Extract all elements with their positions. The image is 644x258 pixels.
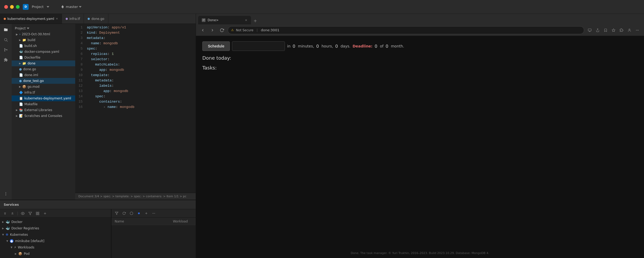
tree-item-done-test-go[interactable]: ● done_test.go: [12, 78, 75, 84]
expand-all-btn[interactable]: [2, 211, 8, 216]
toolbar-divider-1: [17, 212, 18, 215]
table-circle-btn[interactable]: [128, 211, 134, 216]
menu-btn[interactable]: [634, 27, 641, 34]
svg-point-9: [6, 195, 6, 195]
add-service-btn[interactable]: [42, 211, 48, 216]
code-line-12: labels:: [85, 83, 196, 89]
reload-btn[interactable]: [218, 27, 226, 34]
git-icon[interactable]: [2, 46, 10, 54]
svg-marker-10: [27, 28, 29, 29]
hours-value: 0: [316, 44, 319, 49]
code-line-9: app: mongodb: [85, 67, 196, 73]
tree-item-docker-compose[interactable]: 🐳 docker-compose.yaml: [12, 49, 75, 55]
of-label: of: [380, 44, 384, 48]
svc-item-docker-registries[interactable]: ▶ 🐳 Docker Registries: [0, 225, 111, 231]
search-icon[interactable]: [2, 36, 10, 43]
folder-icon[interactable]: [2, 26, 10, 33]
tree-item-go-mod[interactable]: ▶ 📦 go.mod: [12, 84, 75, 90]
back-btn[interactable]: [199, 27, 207, 34]
tree-item-2023html[interactable]: ▶ › 2023-Oct-30.html: [12, 31, 75, 37]
tab-kubernetes-yaml[interactable]: kubernetes-deployment.yaml ✕: [0, 14, 62, 24]
collapse-all-btn[interactable]: [10, 211, 15, 216]
not-secure-label: Not Secure: [236, 28, 253, 32]
svg-rect-15: [38, 214, 39, 215]
days-value: 0: [335, 44, 338, 49]
svg-point-33: [636, 30, 637, 30]
table-col-name: Name: [111, 220, 170, 223]
services-header-label: Services: [4, 203, 19, 207]
star-btn[interactable]: [610, 27, 617, 34]
tree-item-kubernetes-yaml[interactable]: 📋 kubernetes-deployment.yaml: [12, 95, 75, 101]
close-tab-kubernetes-yaml[interactable]: ✕: [56, 17, 58, 20]
table-filter-btn[interactable]: [114, 211, 119, 216]
schedule-input[interactable]: [232, 41, 285, 51]
tab-done-go[interactable]: done.go: [84, 14, 108, 24]
minutes-value: 0: [293, 44, 296, 49]
branch-selector[interactable]: master: [61, 5, 82, 9]
table-col-workload: Workload: [170, 220, 196, 223]
tab-label-kubernetes-yaml: kubernetes-deployment.yaml: [7, 17, 54, 21]
forward-btn[interactable]: [209, 27, 216, 34]
line-numbers: 1234 5678 9101112 13141516: [75, 24, 85, 193]
svc-item-minikube[interactable]: ▼ ● minikube [default]: [0, 238, 111, 244]
branch-chevron-icon: [79, 6, 82, 8]
svg-point-32: [629, 29, 630, 30]
more-icon[interactable]: [2, 190, 10, 198]
address-bar[interactable]: ⚠ Not Secure | done:3001: [228, 26, 584, 34]
svg-point-7: [6, 192, 6, 193]
share-btn[interactable]: [594, 27, 601, 34]
tree-item-build-sh[interactable]: 📄 build.sh: [12, 43, 75, 49]
svc-item-pod[interactable]: ▶ 📦 Pod: [0, 251, 111, 257]
browser-tab-done[interactable]: Done> ✕: [198, 16, 251, 24]
tree-item-build-folder[interactable]: ▶ 📁 build: [12, 37, 75, 43]
minimize-button[interactable]: [10, 5, 14, 9]
of-value: 0: [386, 44, 389, 49]
code-editor[interactable]: 1234 5678 9101112 13141516 apiVersion: a…: [75, 24, 196, 200]
profile-btn[interactable]: [626, 27, 633, 34]
move-btn[interactable]: [35, 211, 41, 216]
footer-text: Done. The task manager. © Yuri Trukhin, …: [351, 251, 489, 255]
screen-cast-btn[interactable]: [586, 27, 593, 34]
code-content[interactable]: apiVersion: apps/v1 kind: Deployment met…: [85, 24, 196, 193]
table-refresh-btn[interactable]: [121, 211, 127, 216]
tab-infra-tf[interactable]: infra.tf: [62, 14, 84, 24]
tree-header: Project: [12, 25, 75, 31]
svc-item-workloads[interactable]: ▼ ⚡ Workloads: [0, 244, 111, 251]
tree-item-scratches[interactable]: ▶ 📝 Scratches and Consoles: [12, 113, 75, 119]
editor-tab-bar: kubernetes-deployment.yaml ✕ infra.tf do…: [0, 14, 196, 24]
maximize-button[interactable]: [16, 5, 20, 9]
code-line-10: template:: [85, 73, 196, 78]
svg-rect-16: [36, 214, 37, 215]
tree-item-done-go[interactable]: ● done.go: [12, 66, 75, 72]
tab-close-done[interactable]: ✕: [245, 19, 247, 22]
table-dot-btn[interactable]: [136, 211, 142, 216]
not-secure-icon: ⚠: [231, 28, 234, 32]
tree-item-makefile[interactable]: 📄 Makefile: [12, 101, 75, 107]
svc-item-kubernetes[interactable]: ▼ ☸ Kubernetes: [0, 231, 111, 238]
svg-marker-19: [115, 212, 118, 215]
svc-item-deployment[interactable]: ▶ 🚀 Deployment: [0, 257, 111, 258]
tree-item-infra-tf[interactable]: 🔷 infra.tf: [12, 90, 75, 95]
puzzle-icon[interactable]: [2, 56, 10, 64]
filter-btn[interactable]: [27, 211, 33, 216]
tree-item-dockerfile[interactable]: 📄 Dockerfile: [12, 55, 75, 60]
table-add-btn[interactable]: [143, 211, 149, 216]
code-line-2: kind: Deployment: [85, 30, 196, 36]
table-header-row: Name Workload: [111, 218, 196, 225]
tree-item-done-iml[interactable]: 📄 done.iml: [12, 72, 75, 78]
table-more-btn[interactable]: [151, 211, 156, 216]
minikube-icon: ●: [10, 239, 14, 243]
window-title-bar: D Project master: [0, 0, 644, 14]
extension-btn[interactable]: [618, 27, 625, 34]
close-button[interactable]: [4, 5, 8, 9]
tree-item-done-folder[interactable]: ▶ 📁 done: [12, 60, 75, 66]
bookmark-btn[interactable]: [602, 27, 609, 34]
project-label[interactable]: Project: [32, 5, 43, 9]
svg-rect-27: [588, 29, 591, 31]
tree-item-external-libs[interactable]: ▶ 📚 External Libraries: [12, 107, 75, 113]
eye-btn[interactable]: [20, 211, 26, 216]
schedule-button[interactable]: Schedule: [202, 41, 230, 51]
svc-item-docker[interactable]: ▶ 🐳 Docker: [0, 219, 111, 225]
file-tree: Project ▶ › 2023-Oct-30.html ▶ 📁 build 📄…: [12, 24, 75, 200]
new-tab-btn[interactable]: +: [252, 17, 259, 24]
